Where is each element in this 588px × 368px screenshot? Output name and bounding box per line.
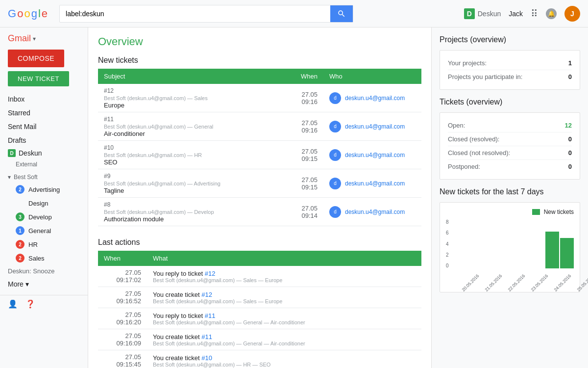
sidebar-item-advertising[interactable]: 2 Advertising [0, 183, 88, 196]
table-row[interactable]: 27.0509:16:52 You create ticket #12 Best… [98, 287, 421, 308]
closed-not-resolved-row: Closed (not resolved): 0 [448, 146, 572, 160]
design-label: Design [28, 200, 48, 207]
ticket-link[interactable]: #11 [201, 333, 212, 341]
best-soft-section[interactable]: ▾ Best Soft [0, 172, 88, 183]
hr-badge: 2 [16, 240, 24, 249]
sidebar-item-sent[interactable]: Sent Mail [0, 120, 84, 133]
table-row[interactable]: 27.0509:16:20 You reply to ticket #11 Be… [98, 308, 421, 329]
closed-not-resolved-value: 0 [568, 149, 572, 157]
table-row[interactable]: #9 Best Soft (deskun.u4@gmail.com) — Adv… [98, 169, 421, 198]
sidebar-more[interactable]: More ▾ [0, 277, 88, 291]
advertising-badge: 2 [16, 185, 24, 194]
postponed-row: Postponed: 0 [448, 160, 572, 173]
table-row[interactable]: #11 Best Soft (deskun.u4@gmail.com) — Ge… [98, 112, 421, 141]
table-row[interactable]: #10 Best Soft (deskun.u4@gmail.com) — HR… [98, 141, 421, 169]
chart-legend: New tickets [446, 209, 574, 215]
table-row[interactable]: 27.0509:17:02 You reply to ticket #12 Be… [98, 266, 421, 287]
sidebar-snooze[interactable]: Deskun: Snooze [0, 265, 88, 277]
table-row[interactable]: #12 Best Soft (deskun.u4@gmail.com) — Sa… [98, 84, 421, 112]
open-value: 12 [565, 122, 572, 129]
general-badge: 1 [16, 226, 24, 235]
hr-label: HR [28, 241, 38, 248]
open-row: Open: 12 [448, 119, 572, 132]
chart-x-label: 25.05.2016 [576, 273, 588, 292]
bell-icon[interactable]: 🔔 [546, 8, 557, 19]
search-bar [59, 5, 353, 23]
projects-panel: Your projects: 1 Projects you participat… [440, 50, 580, 90]
col-subject: Subject [98, 69, 284, 84]
ticket-link[interactable]: #12 [205, 270, 216, 277]
participate-value: 0 [568, 73, 572, 80]
inbox-label: Inbox [8, 95, 24, 103]
user-avatar: d [329, 92, 341, 104]
sidebar-item-starred[interactable]: Starred [0, 106, 84, 120]
postponed-label: Postponed: [448, 163, 480, 170]
participate-label: Projects you participate in: [448, 73, 522, 80]
user-avatar: d [329, 121, 341, 132]
closed-resolved-value: 0 [568, 135, 572, 143]
open-label: Open: [448, 122, 465, 129]
compose-button[interactable]: COMPOSE [8, 50, 64, 67]
table-row[interactable]: #8 Best Soft (deskun.u4@gmail.com) — Dev… [98, 198, 421, 226]
closed-not-resolved-label: Closed (not resolved): [448, 149, 510, 157]
search-icon [337, 9, 346, 18]
content: Overview New tickets Subject When Who #1… [88, 27, 588, 368]
last-actions-table: When What 27.0509:17:02 You reply to tic… [98, 251, 421, 368]
search-button[interactable] [330, 5, 353, 22]
chart-y-axis: 8 6 4 2 0 [446, 219, 449, 268]
gmail-dropdown-icon: ▾ [33, 35, 36, 42]
sidebar-deskun-section[interactable]: D Deskun [0, 147, 88, 159]
general-label: General [28, 227, 51, 235]
right-panel: Projects (overview) Your projects: 1 Pro… [431, 27, 588, 368]
ticket-link[interactable]: #12 [201, 291, 212, 298]
chart-section: New tickets for the last 7 days New tick… [440, 187, 580, 292]
ticket-link[interactable]: #10 [201, 354, 212, 362]
sidebar-help-icon[interactable]: ❓ [25, 299, 35, 309]
gmail-header[interactable]: Gmail ▾ [0, 31, 88, 48]
sent-label: Sent Mail [8, 123, 36, 131]
sidebar-item-sales[interactable]: 2 Sales [0, 251, 88, 265]
sales-badge: 2 [16, 254, 24, 263]
sidebar-person-icon[interactable]: 👤 [8, 299, 18, 309]
new-ticket-button[interactable]: NEW TICKET [8, 71, 69, 86]
overview-title: Overview [98, 35, 421, 48]
avatar[interactable]: J [564, 6, 580, 22]
sidebar-item-develop[interactable]: 3 Develop [0, 210, 88, 224]
chart-bars [446, 219, 574, 268]
sidebar-item-general[interactable]: 1 General [0, 224, 88, 237]
postponed-value: 0 [568, 163, 572, 170]
sidebar-item-inbox[interactable]: Inbox [0, 92, 84, 106]
table-row[interactable]: 27.0509:15:45 You create ticket #10 Best… [98, 350, 421, 368]
topbar-right: D Deskun Jack ⠿ 🔔 J [464, 6, 580, 22]
table-row[interactable]: 27.0509:16:09 You create ticket #11 Best… [98, 329, 421, 350]
grid-icon[interactable]: ⠿ [531, 8, 538, 20]
advertising-label: Advertising [28, 186, 60, 193]
participate-row: Projects you participate in: 0 [448, 70, 572, 83]
user-avatar: d [329, 178, 341, 189]
topbar: Google D Deskun Jack ⠿ 🔔 J [0, 0, 588, 27]
your-projects-row: Your projects: 1 [448, 56, 572, 70]
starred-label: Starred [8, 109, 30, 117]
search-input[interactable] [60, 6, 330, 22]
drafts-label: Drafts [8, 136, 26, 144]
col-action-when: When [98, 251, 147, 266]
your-projects-label: Your projects: [448, 59, 487, 67]
main-layout: Gmail ▾ COMPOSE NEW TICKET Inbox Starred… [0, 27, 588, 368]
deskun-badge: D Deskun [464, 8, 501, 19]
sidebar: Gmail ▾ COMPOSE NEW TICKET Inbox Starred… [0, 27, 88, 368]
deskun-section-label: Deskun [19, 149, 42, 157]
sidebar-item-design[interactable]: Design [0, 196, 88, 210]
sales-label: Sales [28, 255, 45, 262]
last-actions-title: Last actions [98, 238, 421, 247]
sidebar-item-hr[interactable]: 2 HR [0, 237, 88, 251]
best-soft-label: Best Soft [14, 174, 38, 181]
external-label: External [0, 159, 88, 170]
closed-resolved-label: Closed (resolved): [448, 135, 500, 143]
projects-overview-title: Projects (overview) [440, 35, 580, 44]
sidebar-item-drafts[interactable]: Drafts [0, 133, 84, 147]
user-avatar: d [329, 149, 341, 161]
ticket-link[interactable]: #11 [205, 312, 216, 319]
chart-title: New tickets for the last 7 days [440, 187, 580, 196]
new-tickets-title: New tickets [98, 56, 421, 65]
more-label: More [8, 280, 24, 288]
